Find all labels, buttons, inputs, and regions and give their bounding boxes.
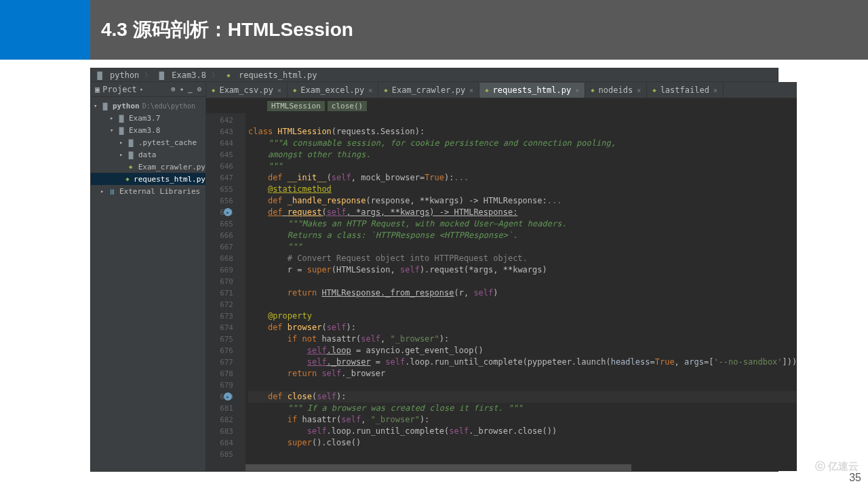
fn-crumb-method[interactable]: close() <box>328 101 367 111</box>
code-line[interactable]: amongst other things. <box>248 149 797 161</box>
tree-item[interactable]: ◆requests_html.py <box>91 173 205 185</box>
code-line[interactable]: """ If a browser was created close it fi… <box>248 403 797 414</box>
slide-number: 35 <box>849 472 861 484</box>
editor-tab[interactable]: ◆nodeids× <box>585 83 647 98</box>
python-file-icon: ◆ <box>124 175 131 183</box>
editor-tab[interactable]: ◆requests_html.py× <box>479 83 585 98</box>
code-line[interactable]: """ <box>248 241 797 253</box>
tree-item-label: Exam_crawler.py <box>138 163 205 171</box>
caret-icon[interactable]: ▾ <box>110 127 117 134</box>
editor-tab[interactable]: ◆Exam_crawler.py× <box>378 83 479 98</box>
caret-icon[interactable]: ▸ <box>119 151 126 158</box>
python-file-icon: ◆ <box>384 87 387 94</box>
code-line[interactable]: def __init__(self, mock_browser=True):..… <box>248 172 797 184</box>
tree-root[interactable]: ▾ ▇ python D:\edu\python <box>91 100 205 112</box>
horizontal-scrollbar[interactable] <box>245 464 797 471</box>
caret-icon[interactable]: ▸ <box>110 115 117 121</box>
line-number: 665 <box>206 218 233 230</box>
line-number: 669 <box>206 264 233 276</box>
line-number: 644 <box>206 138 233 149</box>
code-line[interactable]: def browser(self): <box>248 322 797 333</box>
project-tree[interactable]: ▾ ▇ python D:\edu\python ▸▇Exam3.7▾▇Exam… <box>91 97 205 200</box>
code-line[interactable]: r = super(HTMLSession, self).request(*ar… <box>248 264 797 276</box>
code-line[interactable]: super().close() <box>248 437 797 449</box>
gutter-marker-icon[interactable]: ▸ <box>224 392 232 401</box>
close-icon[interactable]: × <box>469 87 473 94</box>
tree-item[interactable]: ◆Exam_crawler.py <box>91 161 205 173</box>
editor-tab[interactable]: ◆lastfailed× <box>647 83 724 98</box>
close-icon[interactable]: × <box>713 87 717 94</box>
close-icon[interactable]: × <box>637 87 641 94</box>
line-number: 681 <box>206 403 233 414</box>
line-number: 683 <box>206 426 233 437</box>
tree-item[interactable]: ▸▇Exam3.7 <box>91 112 205 124</box>
function-breadcrumb: HTMLSession close() <box>206 98 797 113</box>
code-line[interactable] <box>248 299 797 310</box>
folder-icon: ▇ <box>95 71 104 79</box>
code-line[interactable]: self._browser = self.loop.run_until_comp… <box>248 357 797 368</box>
code-line[interactable]: def close(self): <box>248 391 797 403</box>
chevron-right-icon: 〉 <box>212 70 218 80</box>
python-file-icon: ◆ <box>224 71 233 79</box>
code-line[interactable]: def _handle_response(response, **kwargs)… <box>248 195 797 207</box>
python-file-icon: ◆ <box>126 163 136 171</box>
caret-down-icon[interactable]: ▾ <box>94 102 100 109</box>
gutter-marker-icon[interactable]: ▸ <box>224 208 232 216</box>
project-icon: ▣ <box>95 85 100 94</box>
crumb-exam38[interactable]: ▇Exam3.8 <box>157 70 206 80</box>
line-number: 668 <box>206 253 233 264</box>
code-line[interactable] <box>248 380 797 391</box>
code-line[interactable]: if hasattr(self, "_browser"): <box>248 414 797 426</box>
caret-icon[interactable]: ▸ <box>100 188 107 195</box>
tree-item-label: requests_html.py <box>134 175 205 184</box>
editor-tab[interactable]: ◆Exam_csv.py× <box>206 83 288 98</box>
code-line[interactable]: # Convert Request object into HTTPReques… <box>248 253 797 264</box>
settings-icon[interactable]: ✦ <box>180 85 184 94</box>
editor-tab[interactable]: ◆Exam_excel.py× <box>288 83 378 98</box>
tab-label: lastfailed <box>660 85 709 95</box>
line-number: 645 <box>206 149 233 161</box>
line-number: 677 <box>206 357 233 368</box>
library-icon: ⫼ <box>107 187 117 195</box>
crumb-file[interactable]: ◆requests_html.py <box>224 70 317 80</box>
code-line[interactable]: if not hasattr(self, "_browser"): <box>248 333 797 345</box>
gear-icon[interactable]: ⚙ <box>197 85 201 94</box>
code-line[interactable]: def request(self, *args, **kwargs) -> HT… <box>248 207 797 218</box>
code-line[interactable]: @staticmethod <box>248 184 797 195</box>
code-line[interactable] <box>248 276 797 287</box>
code-line[interactable]: class HTMLSession(requests.Session): <box>248 126 797 138</box>
hide-icon[interactable]: ⎯ <box>188 85 193 94</box>
collapse-icon[interactable]: ⊕ <box>171 85 176 94</box>
fn-crumb-class[interactable]: HTMLSession <box>267 101 325 111</box>
code-line[interactable]: return HTMLResponse._from_response(r, se… <box>248 287 797 299</box>
line-number: 670 <box>206 276 233 287</box>
project-sidebar: ▣ Project ▾ ⊕ ✦ ⎯ ⚙ ▾ ▇ python D:\edu\py… <box>91 82 206 471</box>
code-line[interactable]: Returns a class: `HTTPResponse <HTTPResp… <box>248 230 797 241</box>
tree-item[interactable]: ▸▇data <box>91 148 205 161</box>
code-line[interactable]: return self._browser <box>248 368 797 380</box>
close-icon[interactable]: × <box>368 87 372 94</box>
crumb-python[interactable]: ▇python <box>95 70 139 80</box>
tree-item-label: Exam3.8 <box>129 126 160 135</box>
python-file-icon: ◆ <box>485 87 488 94</box>
editor-area: ◆Exam_csv.py×◆Exam_excel.py×◆Exam_crawle… <box>206 82 797 471</box>
scrollbar-thumb[interactable] <box>245 464 631 471</box>
code-line[interactable] <box>248 449 797 460</box>
close-icon[interactable]: × <box>277 87 281 94</box>
dropdown-icon[interactable]: ▾ <box>140 86 143 93</box>
code-content[interactable]: class HTMLSession(requests.Session): """… <box>245 113 797 471</box>
code-line[interactable]: """A consumable session, for cookie pers… <box>248 138 797 149</box>
code-line[interactable] <box>248 115 797 126</box>
code-line[interactable]: """ <box>248 161 797 172</box>
tree-item[interactable]: ▸▇.pytest_cache <box>91 136 205 148</box>
tree-item[interactable]: ▸⫼External Libraries <box>91 185 205 197</box>
caret-icon[interactable]: ▸ <box>119 139 126 146</box>
code-line[interactable]: self.loop.run_until_complete(self._brows… <box>248 426 797 437</box>
code-line[interactable]: self.loop = asyncio.get_event_loop() <box>248 345 797 357</box>
code-line[interactable]: @property <box>248 310 797 322</box>
code-line[interactable]: """Makes an HTTP Request, with mocked Us… <box>248 218 797 230</box>
tree-item[interactable]: ▾▇Exam3.8 <box>91 124 205 136</box>
project-panel-header[interactable]: ▣ Project ▾ ⊕ ✦ ⎯ ⚙ <box>91 82 205 97</box>
close-icon[interactable]: × <box>575 87 579 94</box>
code-editor[interactable]: 642643644645646647655656664▸665666667668… <box>206 113 797 471</box>
